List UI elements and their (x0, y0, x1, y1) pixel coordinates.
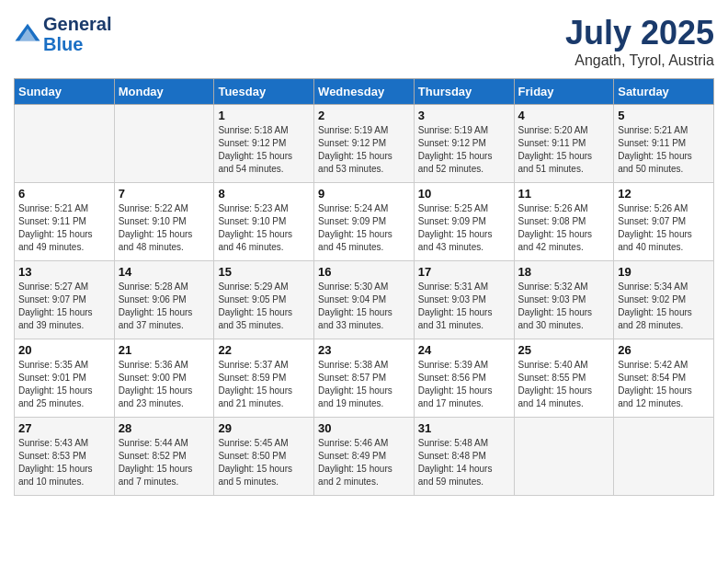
calendar-cell: 21Sunrise: 5:36 AM Sunset: 9:00 PM Dayli… (114, 339, 214, 418)
calendar-cell (114, 105, 214, 183)
day-number: 19 (618, 265, 710, 279)
cell-info: Sunrise: 5:43 AM Sunset: 8:53 PM Dayligh… (18, 437, 110, 488)
day-number: 16 (318, 265, 410, 279)
day-header-tuesday: Tuesday (214, 79, 314, 105)
days-header-row: SundayMondayTuesdayWednesdayThursdayFrid… (15, 79, 714, 105)
day-number: 4 (518, 109, 610, 122)
cell-info: Sunrise: 5:32 AM Sunset: 9:03 PM Dayligh… (518, 281, 610, 332)
day-number: 20 (18, 343, 110, 357)
day-number: 11 (518, 187, 610, 201)
month-title: July 2025 (565, 14, 714, 52)
day-number: 17 (418, 265, 510, 279)
day-number: 1 (218, 109, 310, 122)
title-block: July 2025 Angath, Tyrol, Austria (565, 14, 714, 69)
logo: General Blue (14, 14, 111, 54)
calendar-cell: 14Sunrise: 5:28 AM Sunset: 9:06 PM Dayli… (114, 261, 214, 339)
day-number: 28 (119, 421, 210, 435)
calendar-cell: 7Sunrise: 5:22 AM Sunset: 9:10 PM Daylig… (114, 183, 214, 261)
cell-info: Sunrise: 5:28 AM Sunset: 9:06 PM Dayligh… (119, 281, 210, 332)
day-header-friday: Friday (514, 79, 614, 105)
day-header-thursday: Thursday (414, 79, 514, 105)
calendar-cell: 23Sunrise: 5:38 AM Sunset: 8:57 PM Dayli… (314, 339, 415, 418)
calendar-cell: 27Sunrise: 5:43 AM Sunset: 8:53 PM Dayli… (15, 418, 115, 496)
day-number: 23 (318, 343, 410, 357)
calendar-cell: 24Sunrise: 5:39 AM Sunset: 8:56 PM Dayli… (414, 339, 514, 418)
calendar-cell: 15Sunrise: 5:29 AM Sunset: 9:05 PM Dayli… (214, 261, 314, 339)
cell-info: Sunrise: 5:27 AM Sunset: 9:07 PM Dayligh… (18, 281, 110, 332)
cell-info: Sunrise: 5:37 AM Sunset: 8:59 PM Dayligh… (218, 359, 310, 410)
day-header-wednesday: Wednesday (314, 79, 415, 105)
calendar-cell (614, 418, 714, 496)
cell-info: Sunrise: 5:45 AM Sunset: 8:50 PM Dayligh… (218, 437, 310, 488)
calendar-cell: 2Sunrise: 5:19 AM Sunset: 9:12 PM Daylig… (314, 105, 415, 183)
calendar-cell: 29Sunrise: 5:45 AM Sunset: 8:50 PM Dayli… (214, 418, 314, 496)
day-number: 8 (218, 187, 310, 201)
calendar-cell: 1Sunrise: 5:18 AM Sunset: 9:12 PM Daylig… (214, 105, 314, 183)
cell-info: Sunrise: 5:26 AM Sunset: 9:07 PM Dayligh… (618, 202, 710, 254)
day-header-saturday: Saturday (614, 79, 714, 105)
cell-info: Sunrise: 5:18 AM Sunset: 9:12 PM Dayligh… (218, 124, 310, 176)
calendar-cell: 30Sunrise: 5:46 AM Sunset: 8:49 PM Dayli… (314, 418, 415, 496)
day-number: 31 (418, 421, 510, 435)
day-number: 12 (618, 187, 710, 201)
cell-info: Sunrise: 5:21 AM Sunset: 9:11 PM Dayligh… (18, 202, 110, 254)
cell-info: Sunrise: 5:40 AM Sunset: 8:55 PM Dayligh… (518, 359, 610, 410)
day-number: 30 (318, 421, 410, 435)
calendar-cell: 12Sunrise: 5:26 AM Sunset: 9:07 PM Dayli… (614, 183, 714, 261)
day-number: 2 (318, 109, 410, 122)
calendar-table: SundayMondayTuesdayWednesdayThursdayFrid… (14, 78, 714, 496)
cell-info: Sunrise: 5:29 AM Sunset: 9:05 PM Dayligh… (218, 281, 310, 332)
day-number: 13 (18, 265, 110, 279)
calendar-cell: 28Sunrise: 5:44 AM Sunset: 8:52 PM Dayli… (114, 418, 214, 496)
calendar-cell (514, 418, 614, 496)
calendar-body: 1Sunrise: 5:18 AM Sunset: 9:12 PM Daylig… (15, 105, 714, 496)
calendar-cell: 19Sunrise: 5:34 AM Sunset: 9:02 PM Dayli… (614, 261, 714, 339)
calendar-cell: 22Sunrise: 5:37 AM Sunset: 8:59 PM Dayli… (214, 339, 314, 418)
cell-info: Sunrise: 5:21 AM Sunset: 9:11 PM Dayligh… (618, 124, 710, 176)
calendar-cell: 13Sunrise: 5:27 AM Sunset: 9:07 PM Dayli… (15, 261, 115, 339)
calendar-cell: 25Sunrise: 5:40 AM Sunset: 8:55 PM Dayli… (514, 339, 614, 418)
cell-info: Sunrise: 5:25 AM Sunset: 9:09 PM Dayligh… (418, 202, 510, 254)
day-number: 9 (318, 187, 410, 201)
calendar-cell (15, 105, 115, 183)
day-header-sunday: Sunday (15, 79, 115, 105)
calendar-cell: 17Sunrise: 5:31 AM Sunset: 9:03 PM Dayli… (414, 261, 514, 339)
calendar-cell: 8Sunrise: 5:23 AM Sunset: 9:10 PM Daylig… (214, 183, 314, 261)
cell-info: Sunrise: 5:39 AM Sunset: 8:56 PM Dayligh… (418, 359, 510, 410)
day-number: 21 (119, 343, 210, 357)
cell-info: Sunrise: 5:26 AM Sunset: 9:08 PM Dayligh… (518, 202, 610, 254)
day-header-monday: Monday (114, 79, 214, 105)
day-number: 5 (618, 109, 710, 122)
logo-icon (14, 20, 41, 48)
cell-info: Sunrise: 5:20 AM Sunset: 9:11 PM Dayligh… (518, 124, 610, 176)
calendar-cell: 3Sunrise: 5:19 AM Sunset: 9:12 PM Daylig… (414, 105, 514, 183)
day-number: 25 (518, 343, 610, 357)
logo-text: General Blue (43, 14, 111, 54)
week-row-5: 27Sunrise: 5:43 AM Sunset: 8:53 PM Dayli… (15, 418, 714, 496)
day-number: 10 (418, 187, 510, 201)
cell-info: Sunrise: 5:34 AM Sunset: 9:02 PM Dayligh… (618, 281, 710, 332)
calendar-cell: 6Sunrise: 5:21 AM Sunset: 9:11 PM Daylig… (15, 183, 115, 261)
day-number: 26 (618, 343, 710, 357)
calendar-cell: 31Sunrise: 5:48 AM Sunset: 8:48 PM Dayli… (414, 418, 514, 496)
day-number: 6 (18, 187, 110, 201)
cell-info: Sunrise: 5:24 AM Sunset: 9:09 PM Dayligh… (318, 202, 410, 254)
day-number: 7 (119, 187, 210, 201)
cell-info: Sunrise: 5:36 AM Sunset: 9:00 PM Dayligh… (119, 359, 210, 410)
day-number: 24 (418, 343, 510, 357)
cell-info: Sunrise: 5:30 AM Sunset: 9:04 PM Dayligh… (318, 281, 410, 332)
calendar-cell: 26Sunrise: 5:42 AM Sunset: 8:54 PM Dayli… (614, 339, 714, 418)
week-row-4: 20Sunrise: 5:35 AM Sunset: 9:01 PM Dayli… (15, 339, 714, 418)
day-number: 15 (218, 265, 310, 279)
cell-info: Sunrise: 5:35 AM Sunset: 9:01 PM Dayligh… (18, 359, 110, 410)
cell-info: Sunrise: 5:31 AM Sunset: 9:03 PM Dayligh… (418, 281, 510, 332)
cell-info: Sunrise: 5:46 AM Sunset: 8:49 PM Dayligh… (318, 437, 410, 488)
day-number: 18 (518, 265, 610, 279)
cell-info: Sunrise: 5:48 AM Sunset: 8:48 PM Dayligh… (418, 437, 510, 488)
calendar-cell: 16Sunrise: 5:30 AM Sunset: 9:04 PM Dayli… (314, 261, 415, 339)
cell-info: Sunrise: 5:44 AM Sunset: 8:52 PM Dayligh… (119, 437, 210, 488)
cell-info: Sunrise: 5:19 AM Sunset: 9:12 PM Dayligh… (318, 124, 410, 176)
calendar-cell: 4Sunrise: 5:20 AM Sunset: 9:11 PM Daylig… (514, 105, 614, 183)
day-number: 14 (119, 265, 210, 279)
day-number: 22 (218, 343, 310, 357)
